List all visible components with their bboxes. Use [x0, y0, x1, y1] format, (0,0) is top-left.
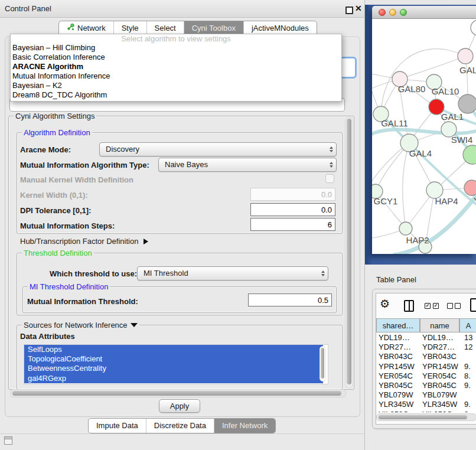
sources-title-row[interactable]: Sources for Network Inference — [22, 321, 139, 330]
node-label-gcy1: GCY1 — [374, 196, 398, 206]
which-threshold-label: Which threshold to use: — [50, 269, 137, 278]
table-row[interactable]: YDR27…YDR27…12 — [376, 343, 476, 352]
table-cell: YLR345W — [420, 400, 459, 409]
manual-kernel-label: Manual Kernel Width Definition — [20, 175, 133, 184]
table-row[interactable]: YER054CYER054C8. — [376, 371, 476, 381]
columns-icon[interactable] — [404, 300, 414, 312]
unchecked-checkbox-icon[interactable] — [455, 303, 461, 309]
table-row[interactable]: YIL052CYIL052C9. — [376, 410, 476, 413]
hub-definition-toggle[interactable]: Hub/Transcription Factor Definition — [20, 237, 148, 246]
aracne-mode-combobox[interactable]: Discovery — [99, 142, 337, 156]
unchecked-checkbox-icon[interactable] — [447, 303, 453, 309]
settings-horizontal-scrollbar[interactable] — [10, 389, 346, 397]
node-label-hap2: HAP2 — [406, 235, 429, 245]
apply-button[interactable]: Apply — [159, 399, 200, 413]
minimize-traffic-light-icon[interactable] — [389, 9, 396, 16]
node-label-hap4: HAP4 — [435, 196, 458, 206]
table-row[interactable]: YPR145WYPR145W9. — [376, 362, 476, 371]
which-threshold-combobox[interactable]: MI Threshold — [137, 266, 328, 281]
table-cell: YLR345W — [376, 400, 420, 409]
algorithm-dropdown-items: Bayesian – Hill ClimbingBasic Correlatio… — [11, 43, 341, 100]
dpi-tolerance-label: DPI Tolerance [0,1]: — [20, 206, 91, 215]
tab-infer-network-label: Infer Network — [222, 419, 268, 433]
column-header-name[interactable]: name — [420, 318, 459, 332]
attribute-item-gal4rgexp[interactable]: gal4RGexp — [24, 374, 323, 383]
table-cell: YBR045C — [376, 381, 420, 390]
table-row[interactable]: YBR045CYBR045C9. — [376, 381, 476, 390]
node-label-gal11: GAL11 — [381, 118, 408, 128]
close-traffic-light-icon[interactable] — [379, 9, 386, 16]
table-cell: 9. — [459, 362, 476, 371]
table-cell: YDL19… — [420, 333, 459, 343]
table-cell: 9. — [459, 410, 476, 413]
dpi-tolerance-field[interactable] — [250, 203, 335, 216]
settings-vertical-scrollbar[interactable] — [345, 117, 353, 389]
network-node-hap2[interactable] — [399, 222, 412, 235]
table-cell: YBR043C — [420, 352, 459, 361]
float-icon[interactable] — [345, 6, 353, 14]
gear-icon[interactable]: ⚙ — [380, 298, 390, 309]
network-window-titlebar[interactable] — [372, 6, 476, 19]
kernel-width-label: Kernel Width (0,1): — [20, 191, 88, 200]
network-view-window: GALGAL80GAL10GAL1GAL11SWI4GAL4GCY1HAP4YH… — [372, 6, 476, 254]
algorithm-option-aracne-algorithm[interactable]: ARACNE Algorithm — [11, 62, 341, 71]
mi-threshold-title: MI Threshold Definition — [28, 282, 110, 291]
checked-checkbox-icon[interactable]: ✓ — [433, 303, 439, 309]
table-row[interactable]: YLR345WYLR345W9. — [376, 400, 476, 409]
table-row[interactable]: YDL19…YDL19…13 — [376, 333, 476, 343]
attributes-list-scrollbar[interactable] — [319, 346, 326, 381]
node-label-gal: GAL — [459, 65, 476, 75]
mi-threshold-label: Mutual Information Threshold: — [27, 297, 138, 306]
checked-checkbox-icon[interactable]: ✓ — [425, 303, 431, 309]
tab-impute-data[interactable]: Impute Data — [89, 419, 146, 433]
kernel-width-field[interactable] — [250, 188, 335, 201]
table-rows: YDL19…YDL19…13YDR27…YDR27…12YBR043CYBR04… — [376, 333, 476, 412]
algorithm-option-dream8-dc-tdc-algorithm[interactable]: Dream8 DC_TDC Algorithm — [11, 90, 341, 100]
algorithm-definition-title: Algorithm Definition — [22, 128, 92, 137]
attribute-item-topologicalcoefficient[interactable]: TopologicalCoefficient — [24, 354, 323, 364]
algorithm-dropdown: Select algorithm to view settings Bayesi… — [10, 34, 342, 102]
close-icon[interactable]: ✕ — [355, 4, 362, 13]
tab-discretize-data[interactable]: Discretize Data — [146, 419, 214, 433]
desktop-top-strip — [365, 0, 476, 5]
attribute-item-selfloops[interactable]: SelfLoops — [24, 345, 323, 354]
algorithm-option-bayesian-k2[interactable]: Bayesian – K2 — [11, 81, 341, 90]
table-cell: 9. — [459, 400, 476, 409]
algorithm-option-bayesian-hill-climbing[interactable]: Bayesian – Hill Climbing — [11, 43, 341, 53]
column-header-a[interactable]: A — [459, 318, 476, 332]
panel-dock-icon[interactable] — [4, 436, 12, 445]
file-icon[interactable] — [470, 298, 476, 312]
table-cell: 13 — [459, 333, 476, 343]
collapsed-arrow-icon — [144, 239, 148, 244]
algorithm-option-mutual-information-inference[interactable]: Mutual Information Inference — [11, 71, 341, 81]
cyni-bottom-tabbar: Impute DataDiscretize DataInfer Network — [88, 418, 276, 433]
table-horizontal-scrollbar[interactable] — [376, 413, 476, 421]
table-cell: YBL079W — [420, 390, 459, 400]
network-node-y[interactable] — [464, 180, 476, 195]
zoom-traffic-light-icon[interactable] — [400, 9, 407, 16]
table-cell: YDR27… — [376, 343, 420, 352]
table-row[interactable]: YBL079WYBL079W — [376, 390, 476, 400]
mi-type-combobox[interactable]: Naive Bayes — [158, 158, 337, 172]
table-cell: 12 — [459, 343, 476, 352]
node-label-gal10: GAL10 — [432, 86, 459, 96]
table-cell — [459, 390, 476, 400]
combobox-stepper-icon — [330, 158, 333, 171]
network-node[interactable] — [471, 20, 476, 35]
table-cell: YIL052C — [420, 410, 459, 413]
algorithm-option-basic-correlation-inference[interactable]: Basic Correlation Inference — [11, 53, 341, 62]
network-node[interactable] — [458, 94, 476, 113]
network-node[interactable] — [463, 145, 476, 164]
node-label-gal80: GAL80 — [398, 84, 426, 94]
manual-kernel-checkbox[interactable] — [325, 174, 334, 183]
attribute-item-betweennesscentrality[interactable]: BetweennessCentrality — [24, 364, 323, 373]
network-canvas[interactable]: GALGAL80GAL10GAL1GAL11SWI4GAL4GCY1HAP4YH… — [372, 19, 476, 254]
tab-infer-network[interactable]: Infer Network — [214, 419, 275, 433]
node-label-gal4: GAL4 — [409, 148, 432, 158]
table-row[interactable]: YBR043CYBR043C — [376, 352, 476, 361]
network-node-gal[interactable] — [458, 48, 473, 64]
table-cell: YER054C — [420, 371, 459, 381]
column-header-shared[interactable]: shared… — [376, 318, 420, 332]
mi-steps-field[interactable] — [250, 218, 335, 231]
mi-threshold-field[interactable] — [248, 294, 332, 306]
